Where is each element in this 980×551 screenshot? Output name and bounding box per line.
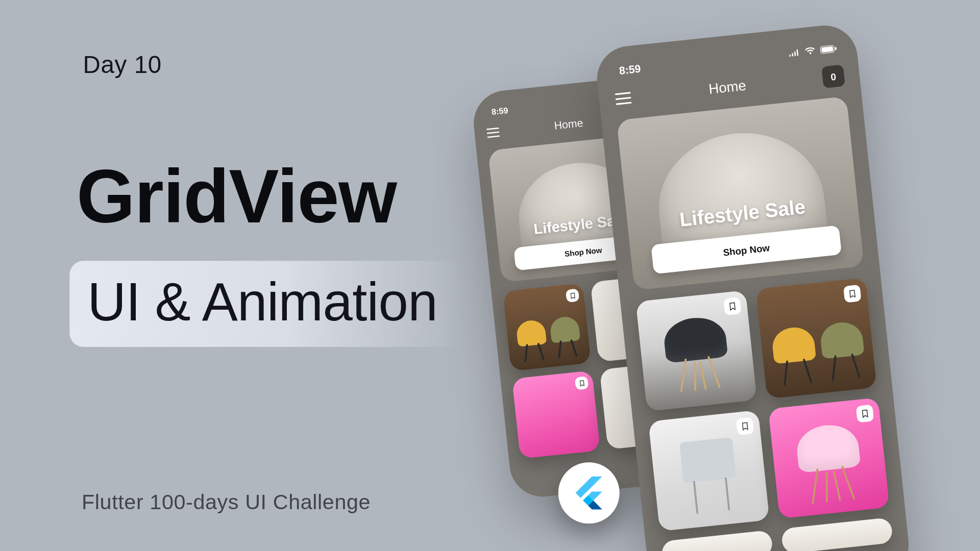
bookmark-icon[interactable] bbox=[723, 297, 742, 316]
nav-title: Home bbox=[554, 117, 584, 133]
product-tile[interactable] bbox=[635, 290, 757, 412]
product-tile[interactable] bbox=[503, 283, 591, 371]
chair-illustration bbox=[819, 320, 867, 382]
bookmark-icon[interactable] bbox=[566, 289, 579, 303]
wifi-icon bbox=[804, 47, 816, 56]
product-tile[interactable] bbox=[768, 397, 890, 519]
nav-title: Home bbox=[708, 78, 747, 98]
bookmark-icon[interactable] bbox=[736, 417, 754, 435]
page-subtitle: UI & Animation bbox=[69, 261, 463, 347]
chair-illustration bbox=[549, 316, 582, 359]
product-tile[interactable] bbox=[661, 530, 773, 551]
bookmark-icon[interactable] bbox=[856, 405, 874, 423]
menu-icon[interactable] bbox=[485, 127, 500, 139]
phone-mockup-front: 8:59 Home 0 Lifestyle Sale Shop Now bbox=[594, 22, 912, 551]
challenge-label: Flutter 100-days UI Challenge bbox=[82, 490, 371, 514]
chair-illustration bbox=[662, 315, 731, 394]
flutter-logo-badge bbox=[558, 462, 620, 523]
svg-rect-5 bbox=[835, 47, 837, 51]
chair-illustration bbox=[771, 325, 818, 387]
product-tile[interactable] bbox=[512, 370, 600, 459]
product-tile[interactable] bbox=[755, 278, 877, 399]
menu-icon[interactable] bbox=[614, 91, 632, 106]
hero-card[interactable]: Lifestyle Sale Shop Now bbox=[617, 96, 864, 290]
status-time: 8:59 bbox=[491, 106, 508, 117]
cart-badge[interactable]: 0 bbox=[821, 64, 845, 88]
bookmark-icon[interactable] bbox=[575, 376, 589, 390]
status-icons bbox=[788, 44, 838, 57]
status-time: 8:59 bbox=[619, 63, 642, 78]
signal-icon bbox=[788, 48, 801, 58]
chair-illustration bbox=[516, 319, 549, 362]
product-tile[interactable] bbox=[648, 410, 770, 532]
day-label: Day 10 bbox=[83, 51, 162, 79]
flutter-icon bbox=[572, 477, 605, 510]
svg-rect-4 bbox=[821, 46, 833, 53]
product-tile[interactable] bbox=[781, 517, 893, 551]
bookmark-icon[interactable] bbox=[843, 285, 862, 303]
chair-illustration bbox=[679, 437, 740, 515]
page-title: GridView bbox=[77, 153, 397, 240]
chair-illustration bbox=[795, 422, 864, 505]
product-grid bbox=[635, 278, 893, 551]
battery-icon bbox=[819, 44, 838, 54]
